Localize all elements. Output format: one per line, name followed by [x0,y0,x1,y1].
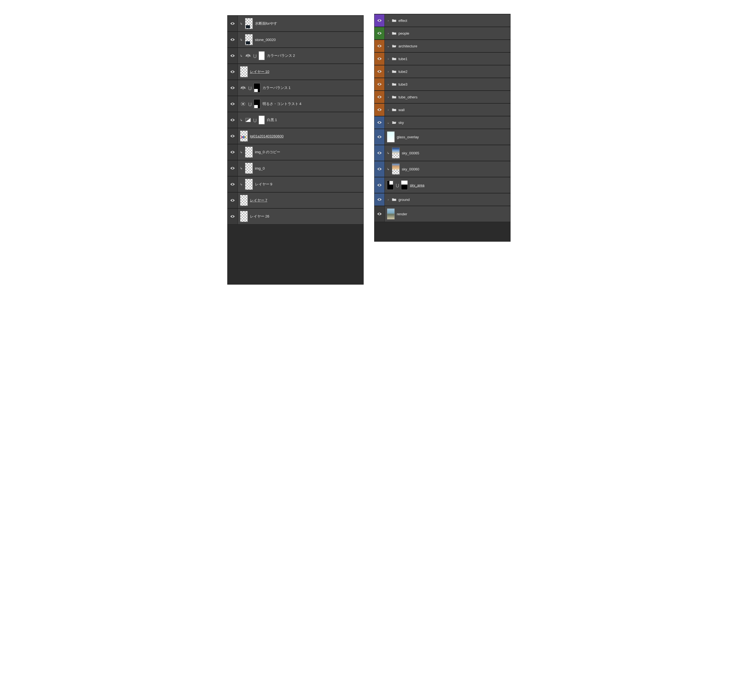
layer-group-row[interactable]: ⌄architecture [374,40,510,52]
layer-name[interactable]: img_0 [255,166,265,171]
chevron-right-icon[interactable]: › [387,70,390,73]
visibility-toggle[interactable] [374,65,385,78]
layer-name[interactable]: img_0 のコピー [255,150,280,154]
layer-row[interactable]: レイヤー 10 [228,64,363,80]
layer-name[interactable]: 明るさ・コントラスト 4 [262,101,302,106]
visibility-toggle[interactable] [228,128,238,144]
layer-row[interactable]: ⋃カラーバランス 1 [228,80,363,96]
layer-group-row[interactable]: ›tube_others [374,91,510,103]
layer-name[interactable]: sky [399,121,404,125]
layers-panel-left[interactable]: ↳水断面forやす↳stone_00020↳⋃カラーバランス 2レイヤー 10⋃… [227,15,364,285]
layer-group-row[interactable]: ›wall [374,103,510,116]
chevron-down-icon[interactable]: ⌄ [387,44,390,48]
layer-thumbnail[interactable] [392,163,400,175]
visibility-toggle[interactable] [228,209,238,224]
layers-panel-right[interactable]: ›effect›people⌄architecture›tube1›tube2›… [374,14,510,242]
layer-row[interactable]: ⋃明るさ・コントラスト 4 [228,96,363,112]
layer-name[interactable]: tube2 [399,69,408,74]
layer-name[interactable]: tube1 [399,57,408,61]
layer-name[interactable]: effect [399,19,407,23]
layer-group-row[interactable]: ⌄sky [374,116,510,129]
layer-name[interactable]: people [399,31,409,35]
chevron-right-icon[interactable]: › [387,19,390,22]
layer-name[interactable]: lgi01a201403260600 [250,134,284,138]
layer-name[interactable]: tube3 [399,82,408,87]
visibility-toggle[interactable] [228,64,238,79]
visibility-toggle[interactable] [374,40,385,52]
visibility-toggle[interactable] [374,53,385,65]
layer-mask-thumbnail[interactable] [259,116,265,124]
layer-name[interactable]: レイヤー 10 [250,69,269,74]
layer-name[interactable]: tube_others [399,95,418,99]
layer-thumbnail[interactable] [392,147,400,159]
layer-name[interactable]: カラーバランス 2 [267,53,295,58]
chevron-right-icon[interactable]: › [387,82,390,86]
layer-group-row[interactable]: ›tube3 [374,78,510,91]
layer-thumbnail[interactable] [387,180,394,190]
layer-mask-thumbnail[interactable] [259,51,265,60]
layer-name[interactable]: 水断面forやす [255,21,277,26]
layer-row[interactable]: ↳sky_00060 [374,161,510,177]
chevron-right-icon[interactable]: › [387,95,390,99]
visibility-toggle[interactable] [374,193,385,206]
visibility-toggle[interactable] [374,206,385,222]
layer-row[interactable]: ↳水断面forやす [228,16,363,32]
layer-mask-thumbnail[interactable] [254,83,260,93]
layer-name[interactable]: sky_00065 [402,151,419,155]
visibility-toggle[interactable] [374,129,385,145]
layer-name[interactable]: render [397,212,407,216]
layer-row[interactable]: lgi01a201403260600 [228,128,363,144]
layer-row[interactable]: ↳sky_00065 [374,145,510,161]
chevron-down-icon[interactable]: ⌄ [387,121,390,124]
layer-row[interactable]: ↳img_0 [228,160,363,176]
layer-row[interactable]: ↳stone_00020 [228,32,363,48]
chevron-right-icon[interactable]: › [387,32,390,35]
layer-thumbnail[interactable] [387,131,395,143]
visibility-toggle[interactable] [228,144,238,160]
layer-group-row[interactable]: ›effect [374,14,510,27]
visibility-toggle[interactable] [228,193,238,208]
layer-group-row[interactable]: ›ground [374,193,510,206]
layer-name[interactable]: カラーバランス 1 [262,85,291,90]
layer-row[interactable]: glass_overlay [374,129,510,145]
layer-thumbnail[interactable] [240,66,248,77]
layer-thumbnail[interactable] [245,147,253,158]
layer-name[interactable]: レイヤー 7 [250,198,268,203]
visibility-toggle[interactable] [374,15,385,26]
layer-group-row[interactable]: ›tube2 [374,65,510,78]
chevron-right-icon[interactable]: › [387,57,390,60]
layer-row[interactable]: render [374,206,510,222]
layer-name[interactable]: ground [399,198,410,202]
layer-name[interactable]: レイヤー 26 [250,214,269,219]
layer-name[interactable]: architecture [399,44,418,48]
layer-group-row[interactable]: ›tube1 [374,52,510,65]
visibility-toggle[interactable] [374,78,385,90]
visibility-toggle[interactable] [228,160,238,176]
visibility-toggle[interactable] [374,116,385,129]
visibility-toggle[interactable] [374,161,385,177]
layer-thumbnail[interactable] [240,131,248,142]
layer-row[interactable]: レイヤー 26 [228,208,363,225]
layer-thumbnail[interactable] [245,18,253,29]
visibility-toggle[interactable] [228,48,238,63]
visibility-toggle[interactable] [228,112,238,128]
layer-group-row[interactable]: ›people [374,27,510,40]
layer-name[interactable]: glass_overlay [397,135,419,139]
layer-thumbnail[interactable] [245,179,253,190]
layer-mask-thumbnail[interactable] [254,99,260,109]
layer-thumbnail[interactable] [245,163,253,174]
layer-name[interactable]: wall [399,108,405,112]
layer-name[interactable]: レイヤー 9 [255,182,272,187]
visibility-toggle[interactable] [374,104,385,116]
visibility-toggle[interactable] [228,80,238,96]
layer-thumbnail[interactable] [240,211,248,222]
visibility-toggle[interactable] [228,96,238,112]
layer-thumbnail[interactable] [240,195,248,206]
layer-row[interactable]: ↳⋃白黒 1 [228,112,363,128]
chevron-right-icon[interactable]: › [387,198,390,201]
visibility-toggle[interactable] [228,32,238,47]
layer-row[interactable]: ↳レイヤー 9 [228,176,363,192]
layer-row[interactable]: ↳img_0 のコピー [228,144,363,160]
layer-name[interactable]: stone_00020 [255,38,276,42]
layer-mask-thumbnail[interactable] [401,180,408,190]
